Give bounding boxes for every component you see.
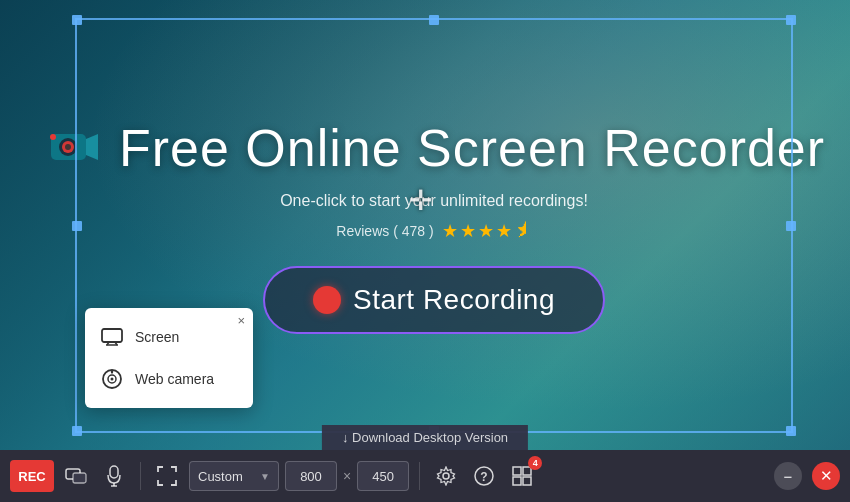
close-button[interactable]: ✕ xyxy=(812,462,840,490)
source-selection-panel: × Screen Web camera xyxy=(85,308,253,408)
help-button[interactable]: ? xyxy=(468,460,500,492)
svg-rect-23 xyxy=(513,467,521,475)
resolution-dropdown[interactable]: Custom ▼ xyxy=(189,461,279,491)
handle-top-middle[interactable] xyxy=(429,15,439,25)
fullscreen-button[interactable] xyxy=(151,460,183,492)
svg-point-12 xyxy=(111,378,114,381)
svg-rect-17 xyxy=(110,466,118,478)
download-bar[interactable]: ↓ Download Desktop Version xyxy=(322,425,528,450)
svg-point-5 xyxy=(50,134,56,140)
screen-option-label: Screen xyxy=(135,329,179,345)
screen-selector-button[interactable] xyxy=(60,460,92,492)
svg-point-3 xyxy=(65,144,71,150)
panel-close-button[interactable]: × xyxy=(237,314,245,327)
microphone-button[interactable] xyxy=(98,460,130,492)
webcam-icon xyxy=(101,368,123,390)
settings-button[interactable] xyxy=(430,460,462,492)
svg-rect-26 xyxy=(523,477,531,485)
close-icon: ✕ xyxy=(820,467,833,485)
dimension-separator: × xyxy=(343,468,351,484)
separator-2 xyxy=(419,462,420,490)
download-label: ↓ Download Desktop Version xyxy=(342,430,508,445)
move-cursor-icon: ✛ xyxy=(409,184,432,217)
bottom-toolbar: REC Custom ▼ × xyxy=(0,450,850,502)
handle-top-right[interactable] xyxy=(786,15,796,25)
resolution-label: Custom xyxy=(198,469,243,484)
svg-point-20 xyxy=(443,473,449,479)
rec-button[interactable]: REC xyxy=(10,460,54,492)
layout-button[interactable]: 4 xyxy=(506,460,538,492)
screen-icon xyxy=(101,326,123,348)
notification-badge: 4 xyxy=(528,456,542,470)
height-input[interactable] xyxy=(357,461,409,491)
width-input[interactable] xyxy=(285,461,337,491)
dropdown-chevron-icon: ▼ xyxy=(260,471,270,482)
svg-text:?: ? xyxy=(481,470,488,484)
minimize-button[interactable]: − xyxy=(774,462,802,490)
handle-middle-right[interactable] xyxy=(786,221,796,231)
webcam-option-label: Web camera xyxy=(135,371,214,387)
webcam-option[interactable]: Web camera xyxy=(85,358,253,400)
minus-icon: − xyxy=(784,468,793,485)
separator-1 xyxy=(140,462,141,490)
screen-option[interactable]: Screen xyxy=(85,316,253,358)
rec-label: REC xyxy=(18,469,45,484)
handle-bottom-left[interactable] xyxy=(72,426,82,436)
svg-rect-16 xyxy=(73,473,86,483)
svg-rect-6 xyxy=(102,329,122,342)
svg-rect-25 xyxy=(513,477,521,485)
handle-middle-left[interactable] xyxy=(72,221,82,231)
